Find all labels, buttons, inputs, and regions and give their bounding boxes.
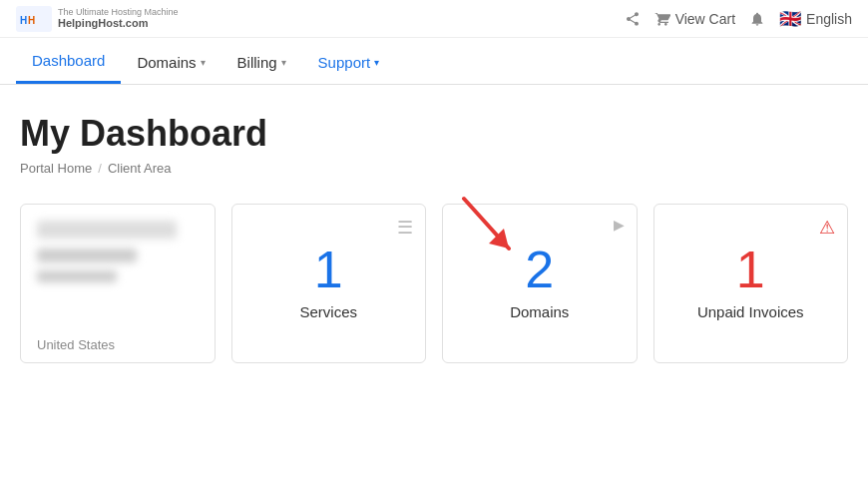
view-cart-button[interactable]: View Cart xyxy=(654,11,735,27)
services-icon: ☰ xyxy=(397,217,413,239)
breadcrumb-home[interactable]: Portal Home xyxy=(20,161,92,176)
logo-text: The Ultimate Hosting Machine HelpingHost… xyxy=(58,7,179,31)
header-actions: View Cart 🇬🇧 English xyxy=(625,8,852,30)
profile-card: United States xyxy=(20,204,216,363)
cards-row: United States ☰ 1 Services ▶ 2 Domains ⚠… xyxy=(20,204,848,363)
share-icon xyxy=(625,11,641,27)
invoices-number: 1 xyxy=(736,244,765,295)
domains-card[interactable]: ▶ 2 Domains xyxy=(442,204,638,363)
chevron-down-icon: ▾ xyxy=(374,57,379,68)
view-cart-label: View Cart xyxy=(675,11,735,27)
main-nav: Dashboard Domains ▾ Billing ▾ Support ▾ xyxy=(0,38,868,85)
chevron-down-icon: ▾ xyxy=(281,57,286,68)
breadcrumb-current: Client Area xyxy=(108,161,172,176)
breadcrumb-separator: / xyxy=(98,161,102,176)
domains-icon: ▶ xyxy=(614,217,625,233)
domains-label: Domains xyxy=(510,303,569,320)
logo-icon: H H xyxy=(16,6,52,32)
blurred-name xyxy=(37,221,177,239)
services-number: 1 xyxy=(314,244,343,295)
svg-text:H: H xyxy=(20,15,27,26)
nav-item-support[interactable]: Support ▾ xyxy=(302,40,396,83)
blurred-info2 xyxy=(37,270,117,282)
share-button[interactable] xyxy=(625,11,641,27)
cart-icon xyxy=(654,11,670,27)
page-title: My Dashboard xyxy=(20,113,848,155)
main-content: My Dashboard Portal Home / Client Area U… xyxy=(0,85,868,383)
bell-icon xyxy=(749,11,765,27)
svg-text:H: H xyxy=(28,15,35,26)
nav-item-dashboard[interactable]: Dashboard xyxy=(16,38,121,84)
card-country: United States xyxy=(37,337,115,352)
language-selector[interactable]: 🇬🇧 English xyxy=(779,8,852,30)
invoices-card[interactable]: ⚠ 1 Unpaid Invoices xyxy=(653,204,849,363)
logo[interactable]: H H The Ultimate Hosting Machine Helping… xyxy=(16,6,179,32)
chevron-down-icon: ▾ xyxy=(201,57,206,68)
warning-icon: ⚠ xyxy=(819,217,835,239)
nav-item-billing[interactable]: Billing ▾ xyxy=(221,40,302,83)
blurred-info1 xyxy=(37,249,137,262)
invoices-label: Unpaid Invoices xyxy=(697,303,804,320)
language-label: English xyxy=(806,11,852,27)
services-card[interactable]: ☰ 1 Services xyxy=(231,204,427,363)
breadcrumb: Portal Home / Client Area xyxy=(20,161,848,176)
header: H H The Ultimate Hosting Machine Helping… xyxy=(0,0,868,38)
services-label: Services xyxy=(299,303,357,320)
notifications-button[interactable] xyxy=(749,11,765,27)
domains-number: 2 xyxy=(525,244,554,295)
flag-icon: 🇬🇧 xyxy=(779,8,801,30)
nav-item-domains[interactable]: Domains ▾ xyxy=(121,40,220,83)
